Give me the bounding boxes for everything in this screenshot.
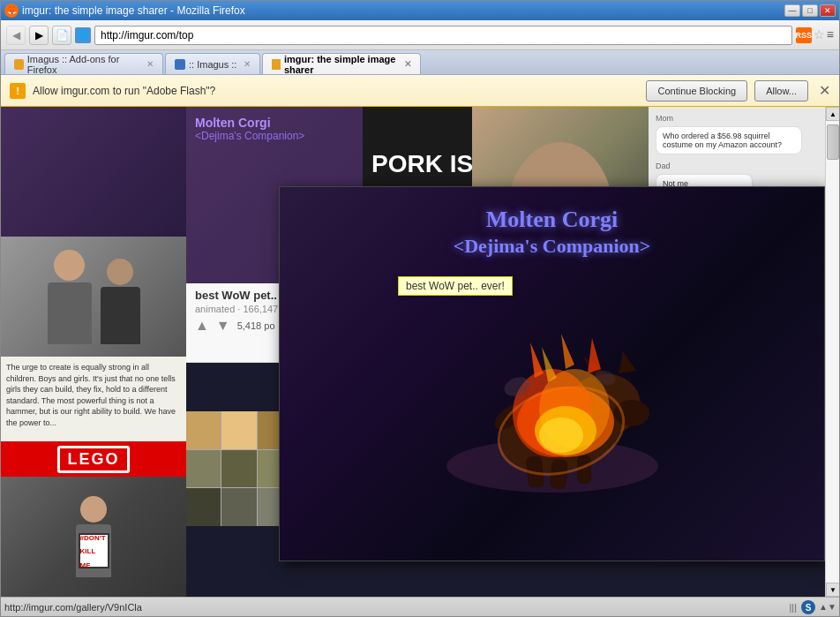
rss-icon[interactable]: RSS [796, 27, 812, 43]
svg-text:S: S [806, 603, 812, 613]
upvote-button[interactable]: ▲ [195, 318, 209, 334]
title-bar: 🦊 imgur: the simple image sharer - Mozil… [1, 1, 839, 20]
svg-point-5 [614, 400, 649, 426]
scroll-track [826, 121, 839, 583]
scroll-thumb[interactable] [827, 124, 839, 160]
window-controls: — □ ✕ [784, 4, 836, 17]
main-content: Shut up baby, I know it! Molten Corgi <D… [1, 107, 839, 597]
security-icon [75, 27, 91, 43]
lego-text-cell: The urge to create is equally strong in … [1, 357, 186, 477]
left-column: Shut up baby, I know it! Molten Corgi <D… [1, 107, 186, 597]
kill-sign-text: #DON'T KILL ME [80, 530, 108, 571]
wow-tooltip: best WoW pet.. ever! [398, 276, 513, 296]
svg-marker-7 [619, 351, 636, 373]
tab-label-1: Imagus :: Add-ons for Firefox [27, 54, 139, 75]
flash-close-button[interactable]: ✕ [819, 82, 830, 99]
wow-popup-title: Molten Corgi [486, 205, 618, 235]
status-dots: ||| [789, 602, 797, 613]
browser-window: 🦊 imgur: the simple image sharer - Mozil… [0, 0, 840, 617]
svg-marker-18 [561, 334, 574, 369]
fire-corgi-svg [429, 307, 676, 510]
status-url: http://imgur.com/gallery/V9nICla [4, 602, 785, 613]
continue-blocking-button[interactable]: Continue Blocking [646, 80, 747, 102]
svg-text:!: ! [16, 86, 19, 96]
plugin-icon: ! [10, 83, 26, 99]
tab-label-2: :: Imagus :: [189, 59, 236, 70]
flash-notification-bar: ! Allow imgur.com to run "Adobe Flash"? … [1, 75, 839, 107]
nav-right-icons: RSS ☆ ≡ [796, 27, 834, 43]
svg-marker-17 [530, 342, 544, 378]
svg-point-16 [539, 418, 583, 453]
title-bar-left: 🦊 imgur: the simple image sharer - Mozil… [4, 4, 245, 18]
close-button[interactable]: ✕ [820, 4, 836, 17]
tab-imagus[interactable]: :: Imagus :: ✕ [165, 53, 260, 74]
batman-cell [186, 411, 292, 526]
back-button[interactable]: ◀ [6, 26, 26, 45]
reply-from: Dad [656, 162, 818, 170]
firefox-icon: 🦊 [4, 4, 19, 18]
squirrel-message: Who ordered a $56.98 squirrel costume on… [656, 126, 802, 154]
scroll-down-button[interactable]: ▼ [826, 583, 839, 597]
tab-addons[interactable]: Imagus :: Add-ons for Firefox ✕ [4, 53, 163, 74]
system-tray-icon: S [800, 599, 816, 615]
s-icon: S [800, 599, 816, 615]
tab-favicon-1 [14, 59, 24, 70]
nav-bar: ◀ ▶ 📄 RSS ☆ ≡ [1, 20, 839, 50]
wow-popup: Molten Corgi <Dejima's Companion> [279, 186, 825, 561]
tabs-bar: Imagus :: Add-ons for Firefox ✕ :: Imagu… [1, 50, 839, 75]
scroll-up-button[interactable]: ▲ [826, 107, 839, 121]
flash-message: Allow imgur.com to run "Adobe Flash"? [33, 85, 639, 97]
tab-favicon-2 [175, 59, 185, 70]
persons-inner [1, 237, 186, 357]
right-content-area: Molten Corgi <Dejima's Companion> best W… [186, 107, 825, 597]
vote-count: 5,418 po [237, 320, 275, 331]
tab-close-3[interactable]: ✕ [404, 59, 411, 69]
tab-favicon-3 [272, 59, 280, 70]
menu-button[interactable]: ≡ [827, 27, 834, 43]
tab-label-3: imgur: the simple image sharer [284, 54, 398, 75]
scrollbar: ▲ ▼ [825, 107, 839, 597]
allow-button[interactable]: Allow... [754, 80, 808, 102]
content-grid: Shut up baby, I know it! Molten Corgi <D… [1, 107, 825, 597]
status-bar: http://imgur.com/gallery/V9nICla ||| S ▲… [1, 597, 839, 616]
address-input[interactable] [94, 26, 792, 45]
svg-marker-19 [588, 338, 601, 373]
title-bar-text: imgur: the simple image sharer - Mozilla… [22, 4, 245, 17]
tab-imgur[interactable]: imgur: the simple image sharer ✕ [262, 53, 421, 74]
minimize-button[interactable]: — [784, 4, 800, 17]
tab-close-2[interactable]: ✕ [244, 59, 251, 69]
address-bar-container [75, 26, 792, 45]
wow-popup-subtitle: <Dejima's Companion> [454, 235, 651, 258]
tab-close-1[interactable]: ✕ [146, 59, 154, 69]
msg-from: Mom [656, 114, 818, 123]
maximize-button[interactable]: □ [802, 4, 818, 17]
forward-button[interactable]: ▶ [29, 26, 49, 45]
fire-corgi-animation [280, 258, 824, 561]
arrow-tray-icon: ▲▼ [820, 599, 836, 615]
status-right: S ▲▼ [800, 599, 836, 615]
page-icon-button[interactable]: 📄 [52, 26, 71, 45]
kill-inner: #DON'T KILL ME [1, 477, 186, 597]
kill-me-cell: #DON'T KILL ME [1, 477, 186, 597]
downvote-button[interactable]: ▼ [216, 318, 230, 334]
bookmark-button[interactable]: ☆ [814, 27, 825, 43]
persons-image-cell [1, 237, 186, 357]
